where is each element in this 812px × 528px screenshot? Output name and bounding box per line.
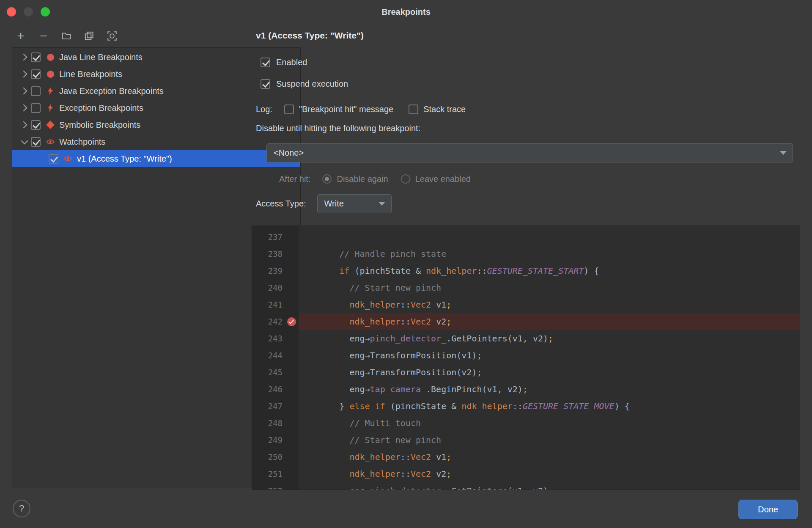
disable-again-label: Disable again [337, 174, 388, 184]
enabled-checkbox[interactable] [261, 58, 270, 67]
breakpoint-hit-message-label: "Breakpoint hit" message [299, 104, 393, 114]
help-label: ? [19, 503, 24, 514]
line-gutter[interactable]: 251 [252, 465, 299, 482]
line-number: 245 [268, 368, 283, 377]
tree-item-checkbox[interactable] [31, 120, 41, 130]
code-line: 248 // Multi touch [252, 415, 800, 432]
breakpoint-slot [286, 283, 297, 293]
line-gutter[interactable]: 245 [252, 364, 299, 381]
folder-icon [62, 31, 71, 41]
after-hit-label: After hit: [279, 174, 310, 184]
chevron-right-icon[interactable] [18, 118, 31, 131]
tree-item[interactable]: Java Exception Breakpoints [12, 82, 300, 99]
code-text: ndk_helper::Vec2 v1; [299, 296, 800, 313]
code-text: eng→pinch_detector_.GetPointers(v1, v2); [299, 482, 800, 490]
line-gutter[interactable]: 242 [252, 313, 299, 330]
code-text: eng→TransformPosition(v1); [299, 347, 800, 364]
line-gutter[interactable]: 244 [252, 347, 299, 364]
group-by-package-button[interactable] [82, 29, 96, 43]
suspend-row[interactable]: Suspend execution [261, 77, 348, 91]
done-button[interactable]: Done [738, 500, 798, 519]
add-button[interactable]: + [14, 29, 28, 43]
code-text [299, 228, 800, 245]
breakpoint-icon[interactable] [286, 316, 297, 327]
line-number: 240 [268, 283, 283, 292]
line-gutter[interactable]: 248 [252, 415, 299, 432]
after-hit-row: After hit: Disable again Leave enabled [279, 172, 471, 186]
tree-item-checkbox[interactable] [31, 137, 41, 147]
tree-item-checkbox[interactable] [31, 69, 41, 79]
disable-again-radio[interactable] [322, 174, 332, 184]
line-gutter[interactable]: 247 [252, 398, 299, 415]
line-number: 241 [268, 300, 283, 309]
line-gutter[interactable]: 250 [252, 448, 299, 465]
line-gutter[interactable]: 252 [252, 482, 299, 490]
chevron-right-icon[interactable] [18, 68, 31, 80]
tree-item-label: Java Exception Breakpoints [59, 86, 164, 96]
leave-enabled-radio[interactable] [401, 174, 410, 184]
minus-icon: − [40, 29, 47, 43]
code-text: eng→tap_camera_.BeginPinch(v1, v2); [299, 381, 800, 398]
code-text: // Start new pinch [299, 432, 800, 448]
access-type-value: Write [324, 199, 344, 209]
zoom-button[interactable] [41, 7, 50, 16]
tree-item-label: Line Breakpoints [59, 69, 122, 79]
tree-item-label: Exception Breakpoints [59, 103, 143, 113]
breakpoint-slot [286, 418, 297, 428]
line-gutter[interactable]: 249 [252, 432, 299, 448]
line-gutter[interactable]: 237 [252, 228, 299, 245]
tree-item[interactable]: Line Breakpoints [12, 66, 300, 82]
tree-item[interactable]: Java Line Breakpoints [12, 49, 300, 66]
breakpoint-hit-message-checkbox[interactable] [284, 104, 294, 114]
tree-toolbar: + − [14, 28, 119, 44]
line-gutter[interactable]: 246 [252, 381, 299, 398]
enabled-row[interactable]: Enabled [261, 55, 307, 69]
tree-item-checkbox[interactable] [31, 52, 41, 62]
tree-item[interactable]: Watchpoints [12, 133, 300, 150]
tree-item-checkbox[interactable] [31, 103, 41, 113]
symbolic-diamond-icon [45, 119, 56, 130]
code-line: 239 if (pinchState & ndk_helper::GESTURE… [252, 262, 800, 279]
close-button[interactable] [7, 7, 16, 16]
code-line: 247 } else if (pinchState & ndk_helper::… [252, 398, 800, 415]
minimize-button[interactable] [24, 7, 33, 16]
group-by-class-button[interactable] [105, 29, 119, 43]
disable-until-dropdown[interactable]: <None> [266, 143, 793, 162]
code-text: eng→TransformPosition(v2); [299, 364, 800, 381]
tree-item-checkbox[interactable] [31, 86, 41, 96]
line-number: 244 [268, 351, 283, 360]
remove-button[interactable]: − [36, 29, 51, 43]
tree-item[interactable]: v1 (Access Type: "Write") [12, 150, 300, 167]
chevron-right-icon[interactable] [18, 51, 31, 63]
line-gutter[interactable]: 239 [252, 262, 299, 279]
code-text: ndk_helper::Vec2 v1; [299, 448, 800, 465]
line-number: 251 [268, 469, 283, 478]
code-line: 251 ndk_helper::Vec2 v2; [252, 465, 800, 482]
access-type-dropdown[interactable]: Write [317, 194, 392, 213]
group-by-file-button[interactable] [59, 29, 74, 43]
leave-enabled-label: Leave enabled [415, 174, 471, 184]
help-button[interactable]: ? [13, 500, 30, 517]
code-line: 246 eng→tap_camera_.BeginPinch(v1, v2); [252, 381, 800, 398]
chevron-right-icon[interactable] [18, 85, 31, 97]
suspend-execution-checkbox[interactable] [261, 79, 270, 89]
breakpoint-slot [286, 435, 297, 445]
tree-item-checkbox[interactable] [49, 154, 58, 164]
code-line: 245 eng→TransformPosition(v2); [252, 364, 800, 381]
code-line: 250 ndk_helper::Vec2 v1; [252, 448, 800, 465]
exception-bolt-icon [45, 85, 56, 96]
line-gutter[interactable]: 243 [252, 330, 299, 347]
code-line: 241 ndk_helper::Vec2 v1; [252, 296, 800, 313]
chevron-right-icon[interactable] [18, 102, 31, 114]
line-gutter[interactable]: 240 [252, 279, 299, 296]
line-gutter[interactable]: 241 [252, 296, 299, 313]
code-text: // Multi touch [299, 415, 800, 432]
line-gutter[interactable]: 238 [252, 245, 299, 262]
code-line: 249 // Start new pinch [252, 432, 800, 448]
code-line: 237 [252, 228, 800, 245]
chevron-down-icon[interactable] [18, 135, 31, 148]
line-number: 252 [268, 486, 283, 490]
stack-trace-checkbox[interactable] [409, 104, 418, 114]
enabled-label: Enabled [276, 58, 307, 67]
plus-icon: + [17, 29, 25, 43]
